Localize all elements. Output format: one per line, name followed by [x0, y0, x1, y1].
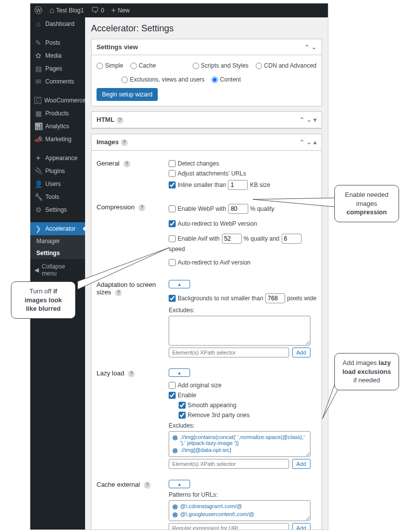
callout-compression: Enable needed images compression: [334, 185, 399, 222]
lazy-smooth-checkbox[interactable]: [179, 402, 186, 409]
remove-icon[interactable]: ⊗: [172, 434, 178, 441]
help-icon[interactable]: ?: [123, 161, 130, 168]
chevron-down-icon[interactable]: ⌄: [307, 116, 311, 123]
sidebar-item-marketing[interactable]: 📣Marketing: [30, 133, 85, 146]
admin-bar: ⓦ ⌂Test Blog1 🗨0 +New: [30, 3, 328, 17]
svg-marker-1: [78, 248, 169, 289]
sidebar-item-posts[interactable]: ✎Posts: [30, 36, 85, 49]
chevron-down-icon[interactable]: ⌄: [311, 44, 316, 51]
submenu-manager[interactable]: Manager: [30, 235, 85, 247]
menu-icon: ✉: [34, 78, 42, 85]
radio-exclusions[interactable]: Exclusions, views and users: [121, 76, 204, 83]
avif-quality-input[interactable]: [222, 234, 242, 244]
lazy-toggle-button[interactable]: ▴: [169, 368, 190, 377]
panel-head-settings-view[interactable]: Settings view ⌃⌄: [92, 39, 321, 55]
radio-simple[interactable]: Simple: [97, 62, 123, 69]
sidebar-item-appearance[interactable]: ✦Appearance: [30, 152, 85, 165]
remove-icon[interactable]: ⊗: [172, 503, 178, 510]
site-link[interactable]: ⌂Test Blog1: [49, 6, 84, 14]
adaptation-add-button[interactable]: Add: [292, 348, 311, 357]
menu-icon: ✎: [34, 39, 42, 46]
cache-ext-regex-input[interactable]: [169, 523, 289, 530]
triangle-down-icon[interactable]: ▾: [313, 116, 316, 123]
cache-ext-add-button[interactable]: Add: [292, 523, 311, 530]
inline-smaller-checkbox[interactable]: [169, 181, 176, 188]
radio-scripts[interactable]: Scripts and Styles: [193, 62, 249, 69]
cache-ext-patterns-textarea[interactable]: ⊗@\.cdninstagram\.com/@⊗@\.googleusercon…: [169, 500, 310, 521]
inline-smaller-input[interactable]: [228, 180, 248, 190]
chevron-up-icon[interactable]: ⌃: [300, 139, 305, 146]
bg-min-checkbox[interactable]: [169, 295, 176, 302]
callout-lazy: Add images lazy load exclusions if neede…: [334, 353, 399, 390]
menu-icon: 🔌: [34, 168, 42, 175]
menu-icon: ▦: [34, 110, 42, 117]
radio-cache[interactable]: Cache: [130, 62, 156, 69]
menu-icon: ❯: [34, 225, 42, 232]
lazy-excludes-textarea[interactable]: ⊗.//img[contains(concat(' ',normalize-sp…: [169, 431, 310, 457]
sidebar-item-settings[interactable]: ⚙Settings: [30, 203, 85, 216]
sidebar-item-pages[interactable]: ▤Pages: [30, 62, 85, 75]
panel-html: HTML? ⌃⌄▾: [91, 111, 322, 129]
menu-icon: 🄲: [34, 97, 41, 104]
menu-icon: ⌂: [34, 20, 42, 27]
webp-quality-input[interactable]: [228, 204, 248, 214]
comment-icon: 🗨: [91, 6, 99, 14]
row-general: General ? Detect changes Adjust attachme…: [97, 156, 316, 194]
sidebar-item-users[interactable]: 👤Users: [30, 177, 85, 190]
comments-link[interactable]: 🗨0: [91, 6, 104, 14]
help-icon[interactable]: ?: [116, 117, 123, 124]
remove-icon[interactable]: ⊗: [172, 447, 178, 454]
new-link[interactable]: +New: [111, 6, 129, 14]
begin-wizard-button[interactable]: Begin setup wizard: [97, 88, 158, 101]
sidebar-item-tools[interactable]: 🔧Tools: [30, 190, 85, 203]
wp-logo[interactable]: ⓦ: [34, 6, 42, 14]
triangle-up-icon[interactable]: ▴: [313, 139, 316, 146]
menu-icon: ✦: [34, 155, 42, 162]
menu-icon: 📣: [34, 136, 42, 143]
lazy-original-size-checkbox[interactable]: [169, 382, 176, 389]
webp-enable-checkbox[interactable]: [169, 205, 176, 212]
sidebar-item-plugins[interactable]: 🔌Plugins: [30, 165, 85, 177]
home-icon: ⌂: [49, 6, 54, 14]
sidebar-item-woocommerce[interactable]: 🄲WooCommerce: [30, 94, 85, 107]
collapse-icon: ◀: [34, 266, 39, 273]
help-icon[interactable]: ?: [121, 139, 128, 146]
adjust-attachments-checkbox[interactable]: [169, 170, 176, 177]
menu-icon: 🔧: [34, 193, 42, 200]
lazy-add-button[interactable]: Add: [292, 459, 311, 469]
radio-cdn[interactable]: CDN and Advanced: [256, 62, 316, 69]
panel-head-images[interactable]: Images? ⌃⌄▴: [92, 134, 321, 151]
bg-min-input[interactable]: [265, 293, 285, 303]
sidebar-item-dashboard[interactable]: ⌂Dashboard: [30, 17, 85, 30]
panel-head-html[interactable]: HTML? ⌃⌄▾: [92, 112, 321, 128]
row-lazy-load: Lazy load ? ▴ Add original size Enable S…: [97, 360, 316, 472]
chevron-up-icon[interactable]: ⌃: [305, 44, 309, 51]
webp-redirect-checkbox[interactable]: [169, 220, 176, 227]
lazy-xpath-input[interactable]: [169, 459, 289, 469]
lazy-remove3rd-checkbox[interactable]: [179, 412, 186, 419]
cache-ext-toggle-button[interactable]: ▴: [169, 480, 190, 488]
menu-icon: ▤: [34, 65, 42, 72]
sidebar-item-accelerator[interactable]: ❯Accelerator: [30, 222, 85, 235]
sidebar-item-media[interactable]: ✿Media: [30, 49, 85, 62]
page-title: Accelerator: Settings: [91, 23, 322, 34]
help-icon[interactable]: ?: [144, 482, 151, 489]
sidebar-item-comments[interactable]: ✉Comments: [30, 75, 85, 88]
lazy-enable-checkbox[interactable]: [169, 392, 176, 399]
adaptation-xpath-input[interactable]: [169, 348, 289, 357]
help-icon[interactable]: ?: [128, 370, 135, 377]
help-icon[interactable]: ?: [138, 204, 145, 211]
avif-enable-checkbox[interactable]: [169, 235, 176, 242]
menu-icon: ✿: [34, 52, 42, 59]
adaptation-excludes-textarea[interactable]: [169, 316, 310, 346]
chevron-down-icon[interactable]: ⌄: [307, 139, 311, 146]
chevron-up-icon[interactable]: ⌃: [300, 116, 305, 123]
avif-speed-input[interactable]: [282, 234, 302, 244]
row-cache-external: Cache external ? ▴ Patterns for URLs: ⊗@…: [97, 472, 316, 530]
radio-content[interactable]: Content: [211, 76, 241, 83]
remove-icon[interactable]: ⊗: [172, 511, 178, 518]
detect-changes-checkbox[interactable]: [169, 160, 176, 167]
sidebar-item-products[interactable]: ▦Products: [30, 107, 85, 120]
sidebar-item-analytics[interactable]: 📊Analytics: [30, 120, 85, 133]
menu-icon: ⚙: [34, 206, 42, 213]
